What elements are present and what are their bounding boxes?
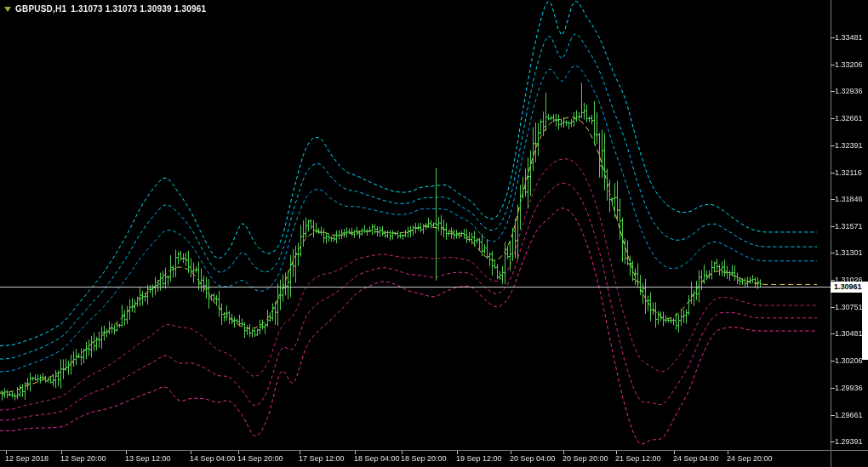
time-tick-label: 14 Sep 20:00	[237, 454, 283, 463]
time-tick-label: 24 Sep 20:00	[727, 454, 773, 463]
time-tick-label: 17 Sep 12:00	[299, 454, 345, 463]
time-axis[interactable]: 12 Sep 201812 Sep 20:0013 Sep 12:0014 Se…	[0, 0, 868, 467]
time-tick-label: 20 Sep 20:00	[562, 454, 608, 463]
right-edge-white-strip	[862, 292, 868, 360]
current-price-value: 1.30961	[834, 282, 862, 291]
time-tick-label: 18 Sep 20:00	[401, 454, 447, 463]
time-tick-label: 13 Sep 12:00	[125, 454, 171, 463]
time-tick-label: 20 Sep 04:00	[510, 454, 556, 463]
time-tick-label: 12 Sep 2018	[5, 454, 49, 463]
time-tick-label: 21 Sep 12:00	[615, 454, 661, 463]
time-tick-label: 12 Sep 20:00	[60, 454, 106, 463]
time-tick-label: 18 Sep 04:00	[354, 454, 400, 463]
time-tick-label: 19 Sep 12:00	[456, 454, 502, 463]
time-tick-label: 14 Sep 04:00	[190, 454, 236, 463]
mt4-chart-window: GBPUSD,H1 1.31073 1.31073 1.30939 1.3096…	[0, 0, 868, 467]
time-tick-label: 24 Sep 04:00	[673, 454, 719, 463]
